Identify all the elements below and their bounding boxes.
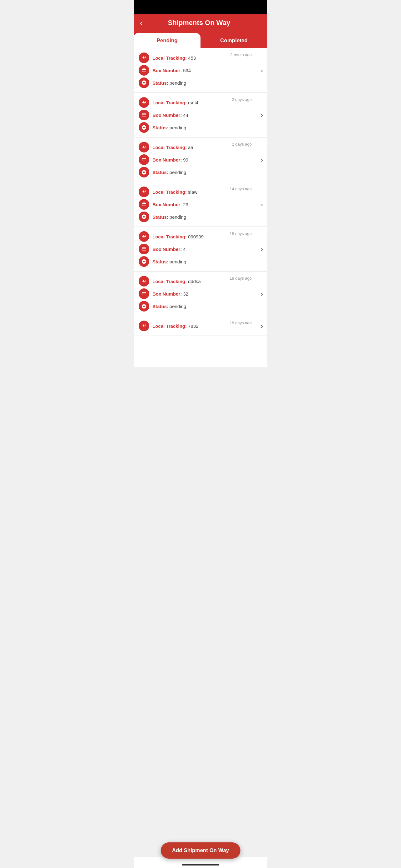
settings-icon (139, 167, 149, 178)
box-label: Box Number: (153, 68, 182, 73)
box-label: Box Number: (153, 247, 182, 252)
status-label: Status: (153, 80, 168, 86)
shipment-card[interactable]: 2 days ago› Local Tracking: rset4 Box Nu… (134, 93, 267, 137)
shipment-card[interactable]: 14 days ago› Local Tracking: slaw Box Nu… (134, 182, 267, 227)
box-label: Box Number: (153, 202, 182, 207)
status-row: Status: pending (139, 212, 262, 222)
box-icon (139, 199, 149, 210)
back-button[interactable]: ‹ (140, 19, 143, 27)
settings-icon (139, 301, 149, 312)
box-number-row: Box Number: 44 (139, 110, 262, 120)
tracking-value: dddsa (188, 279, 201, 284)
hash-icon (139, 187, 149, 197)
status-bar (134, 0, 267, 14)
tracking-label: Local Tracking: (153, 234, 187, 239)
shipment-time: 18 days ago (230, 276, 252, 281)
hash-icon (139, 320, 149, 331)
settings-icon (139, 122, 149, 133)
box-value: 32 (183, 291, 188, 297)
settings-icon (139, 78, 149, 88)
tracking-value: aa (188, 145, 193, 150)
box-label: Box Number: (153, 157, 182, 162)
status-value: pending (170, 259, 186, 264)
tracking-value: slaw (188, 189, 197, 195)
tab-completed[interactable]: Completed (201, 33, 267, 48)
box-icon (139, 244, 149, 254)
tab-bar: Pending Completed (134, 33, 267, 48)
box-value: 534 (183, 68, 191, 73)
status-value: pending (170, 125, 186, 130)
status-value: pending (170, 304, 186, 309)
shipment-card[interactable]: 18 days ago› Local Tracking: 7832 (134, 316, 267, 336)
shipment-card[interactable]: 18 days ago› Local Tracking: 090909 Box … (134, 227, 267, 272)
chevron-right-icon: › (261, 67, 263, 74)
chevron-right-icon: › (261, 322, 263, 330)
chevron-right-icon: › (261, 246, 263, 253)
hash-icon (139, 142, 149, 153)
status-label: Status: (153, 125, 168, 130)
box-value: 44 (183, 113, 188, 118)
hash-icon (139, 53, 149, 63)
status-value: pending (170, 214, 186, 220)
tracking-label: Local Tracking: (153, 279, 187, 284)
header: ‹ Shipments On Way (134, 14, 267, 33)
shipment-time: 2 days ago (232, 97, 252, 102)
box-value: 99 (183, 157, 188, 162)
status-value: pending (170, 170, 186, 175)
box-icon (139, 110, 149, 120)
tracking-value: rset4 (188, 100, 198, 105)
chevron-right-icon: › (261, 290, 263, 298)
shipment-time: 18 days ago (230, 320, 252, 325)
hash-icon (139, 276, 149, 286)
shipment-time: 18 days ago (230, 231, 252, 236)
shipment-time: 14 days ago (230, 187, 252, 191)
shipment-time: 3 hours ago (230, 53, 252, 57)
status-label: Status: (153, 170, 168, 175)
tracking-label: Local Tracking: (153, 145, 187, 150)
status-row: Status: pending (139, 167, 262, 178)
box-value: 4 (183, 247, 186, 252)
shipment-card[interactable]: 18 days ago› Local Tracking: dddsa Box N… (134, 272, 267, 316)
box-icon (139, 288, 149, 299)
box-value: 23 (183, 202, 188, 207)
box-icon (139, 65, 149, 75)
box-number-row: Box Number: 32 (139, 288, 262, 299)
tracking-label: Local Tracking: (153, 323, 187, 329)
status-label: Status: (153, 304, 168, 309)
tracking-label: Local Tracking: (153, 189, 187, 195)
settings-icon (139, 256, 149, 267)
status-label: Status: (153, 214, 168, 220)
status-row: Status: pending (139, 256, 262, 267)
shipment-card[interactable]: 2 days ago› Local Tracking: aa Box Numbe… (134, 137, 267, 182)
box-number-row: Box Number: 23 (139, 199, 262, 210)
tracking-label: Local Tracking: (153, 55, 187, 61)
box-number-row: Box Number: 534 (139, 65, 262, 75)
box-number-row: Box Number: 99 (139, 154, 262, 165)
shipment-time: 2 days ago (232, 142, 252, 147)
chevron-right-icon: › (261, 112, 263, 119)
status-row: Status: pending (139, 78, 262, 88)
tracking-label: Local Tracking: (153, 100, 187, 105)
box-label: Box Number: (153, 113, 182, 118)
status-label: Status: (153, 259, 168, 264)
status-row: Status: pending (139, 122, 262, 133)
settings-icon (139, 212, 149, 222)
box-icon (139, 154, 149, 165)
chevron-right-icon: › (261, 201, 263, 208)
tab-pending[interactable]: Pending (134, 33, 201, 48)
box-number-row: Box Number: 4 (139, 244, 262, 254)
tracking-value: 7832 (188, 323, 198, 329)
chevron-right-icon: › (261, 156, 263, 163)
status-row: Status: pending (139, 301, 262, 312)
hash-icon (139, 97, 149, 108)
shipment-card[interactable]: 3 hours ago› Local Tracking: 453 Box Num… (134, 48, 267, 93)
tracking-value: 090909 (188, 234, 204, 239)
tracking-value: 453 (188, 55, 196, 61)
shipments-list: 3 hours ago› Local Tracking: 453 Box Num… (134, 48, 267, 367)
page-title: Shipments On Way (146, 19, 252, 27)
hash-icon (139, 231, 149, 242)
status-value: pending (170, 80, 186, 86)
box-label: Box Number: (153, 291, 182, 297)
